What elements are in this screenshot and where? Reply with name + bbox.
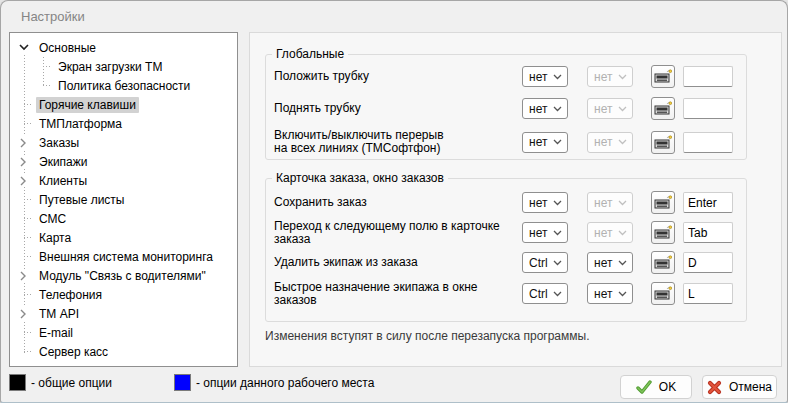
tree-connector <box>24 123 32 124</box>
tree-item-goryachie-klavishi[interactable]: Горячие клавиши <box>10 95 237 114</box>
tree-item-modul-svyaz[interactable]: Модуль "Связь с водителями" <box>10 266 237 285</box>
group-order-card: Карточка заказа, окно заказов Сохранить … <box>265 178 747 322</box>
modifier1-select[interactable]: нет <box>522 192 568 213</box>
tree-item-klienty[interactable]: Клиенты <box>10 171 237 190</box>
capture-key-button[interactable] <box>651 191 675 214</box>
group-global: Глобальные Положить трубку нет нет <box>265 54 747 160</box>
modifier2-select: нет <box>587 132 633 153</box>
check-icon <box>636 380 652 394</box>
keyboard-icon <box>654 255 672 270</box>
tree-item-email[interactable]: E-mail <box>10 323 237 342</box>
hotkey-row-quick-assign: Быстрое назначение экипажа в окне заказо… <box>274 282 733 305</box>
chevron-right-icon[interactable] <box>17 307 30 320</box>
modifier2-select[interactable]: нет <box>587 252 633 273</box>
hotkey-value-input[interactable] <box>683 132 733 153</box>
tree-item-tmplatforma[interactable]: ТМПлатформа <box>10 114 237 133</box>
tree-item-label: Карта <box>36 230 74 246</box>
chevron-down-icon <box>618 200 627 206</box>
tree-item-label: Экипажи <box>36 154 90 170</box>
chevron-down-icon <box>553 74 562 80</box>
tree-item-label: Клиенты <box>36 173 90 189</box>
tree-connector <box>43 85 51 86</box>
modifier1-select[interactable]: Ctrl <box>522 283 568 304</box>
tree-children-osnovnye: Экран загрузки ТМ Политика безопасности <box>10 57 237 95</box>
chevron-down-icon <box>618 260 627 266</box>
modifier1-select[interactable]: нет <box>522 66 568 87</box>
hotkey-label: Сохранить заказ <box>274 196 522 209</box>
workstation-options-swatch <box>174 374 191 391</box>
tree-connector <box>24 218 32 219</box>
hotkey-value-input[interactable] <box>683 252 733 273</box>
titlebar[interactable]: Настройки <box>1 1 787 31</box>
hotkey-label: Переход к следующему полю в карточке зак… <box>274 220 522 246</box>
general-options-label: - общие опции <box>31 376 112 390</box>
capture-key-button[interactable] <box>651 221 675 244</box>
tree-item-zakazy[interactable]: Заказы <box>10 133 237 152</box>
chevron-right-icon[interactable] <box>17 155 30 168</box>
hotkeys-panel: Глобальные Положить трубку нет нет <box>249 32 782 367</box>
tree-item-vneshnyaya-sistema[interactable]: Внешняя система мониторинга <box>10 247 237 266</box>
settings-dialog: Настройки Основные Экран загрузки ТМ Пол… <box>0 0 788 403</box>
tree-item-sms[interactable]: СМС <box>10 209 237 228</box>
tree-item-ekipazhi[interactable]: Экипажи <box>10 152 237 171</box>
tree-item-label: Политика безопасности <box>55 78 193 94</box>
group-title: Глобальные <box>272 47 348 61</box>
dialog-title: Настройки <box>21 9 85 24</box>
modifier2-select: нет <box>587 66 633 87</box>
tree-item-server-kass[interactable]: Сервер касс <box>10 342 237 361</box>
chevron-right-icon[interactable] <box>17 136 30 149</box>
general-options-swatch <box>9 374 26 391</box>
hotkey-value-input[interactable] <box>683 192 733 213</box>
capture-key-button[interactable] <box>651 131 675 154</box>
hotkey-label: Удалить экипаж из заказа <box>274 256 522 269</box>
hotkey-value-input[interactable] <box>683 283 733 304</box>
tree-item-osnovnye[interactable]: Основные <box>10 38 237 57</box>
hotkey-row-remove-crew: Удалить экипаж из заказа Ctrl нет <box>274 251 733 274</box>
tree-item-label: E-mail <box>36 325 76 341</box>
hotkey-value-input[interactable] <box>683 98 733 119</box>
tree-connector <box>43 66 51 67</box>
settings-tree-panel: Основные Экран загрузки ТМ Политика безо… <box>9 32 238 367</box>
capture-key-button[interactable] <box>651 97 675 120</box>
ok-button[interactable]: OK <box>620 375 692 399</box>
hotkey-row-next-field: Переход к следующему полю в карточке зак… <box>274 221 733 244</box>
keyboard-icon <box>654 195 672 210</box>
tree-item-tm-api[interactable]: ТМ API <box>10 304 237 323</box>
chevron-down-icon <box>618 139 627 145</box>
hotkey-label: Включить/выключить перерывна всех линиях… <box>274 129 522 155</box>
tree-item-karta[interactable]: Карта <box>10 228 237 247</box>
settings-tree: Основные Экран загрузки ТМ Политика безо… <box>10 33 237 361</box>
tree-item-politika[interactable]: Политика безопасности <box>10 76 237 95</box>
tree-item-putevye-listy[interactable]: Путевые листы <box>10 190 237 209</box>
chevron-down-icon <box>553 230 562 236</box>
hotkey-label: Быстрое назначение экипажа в окне заказо… <box>274 281 522 307</box>
capture-key-button[interactable] <box>651 251 675 274</box>
modifier2-select[interactable]: нет <box>587 283 633 304</box>
chevron-down-icon <box>553 291 562 297</box>
chevron-down-icon[interactable] <box>17 41 30 54</box>
modifier1-select[interactable]: Ctrl <box>522 252 568 273</box>
chevron-right-icon[interactable] <box>17 174 30 187</box>
tree-item-label: Сервер касс <box>36 344 111 360</box>
capture-key-button[interactable] <box>651 282 675 305</box>
tree-item-label: СМС <box>36 211 69 227</box>
modifier1-select[interactable]: нет <box>522 222 568 243</box>
keyboard-icon <box>654 286 672 301</box>
hotkey-value-input[interactable] <box>683 222 733 243</box>
tree-item-label: Основные <box>36 40 99 56</box>
cancel-button[interactable]: Отмена <box>702 375 777 399</box>
capture-key-button[interactable] <box>651 65 675 88</box>
modifier1-select[interactable]: нет <box>522 132 568 153</box>
chevron-right-icon[interactable] <box>17 269 30 282</box>
tree-item-telefoniya[interactable]: Телефония <box>10 285 237 304</box>
tree-connector <box>24 294 32 295</box>
restart-note: Изменения вступят в силу после перезапус… <box>265 329 590 343</box>
hotkey-row-break: Включить/выключить перерывна всех линиях… <box>274 129 733 155</box>
modifier1-select[interactable]: нет <box>522 98 568 119</box>
tree-item-ekran-zagruzki[interactable]: Экран загрузки ТМ <box>10 57 237 76</box>
tree-item-label: Внешняя система мониторинга <box>36 249 216 265</box>
tree-item-label: ТМ API <box>36 306 82 322</box>
chevron-down-icon <box>553 139 562 145</box>
tree-item-label: Заказы <box>36 135 82 151</box>
hotkey-value-input[interactable] <box>683 66 733 87</box>
